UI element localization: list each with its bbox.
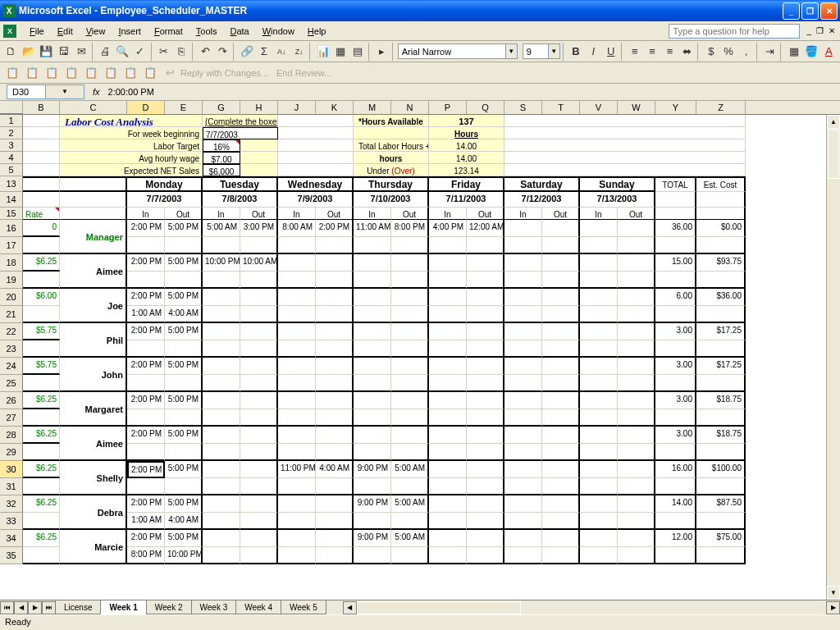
day-header-wednesday[interactable]: Wednesday	[278, 176, 354, 192]
font-dropdown[interactable]: ▼	[398, 43, 518, 59]
close-button[interactable]: ✕	[820, 2, 838, 20]
name-box[interactable]: D30▼	[7, 84, 84, 99]
tab-prev-icon[interactable]: ◀	[14, 601, 28, 614]
row-header-24[interactable]: 24	[0, 358, 23, 375]
row-header-1[interactable]: 1	[0, 115, 23, 127]
horizontal-scrollbar[interactable]: ◀ ▶	[343, 601, 840, 614]
menu-data[interactable]: Data	[223, 25, 255, 38]
sheet-tab-week-4[interactable]: Week 4	[235, 600, 281, 614]
child-restore[interactable]: ❐	[815, 26, 825, 35]
sheet-tab-week-3[interactable]: Week 3	[191, 600, 237, 614]
tab-next-icon[interactable]: ▶	[28, 601, 42, 614]
minimize-button[interactable]: _	[783, 2, 800, 20]
comma-icon[interactable]: ,	[738, 43, 754, 61]
col-header-T[interactable]: T	[542, 101, 580, 114]
row-header-2[interactable]: 2	[0, 127, 23, 139]
sort-asc-icon[interactable]: A↓	[274, 43, 290, 61]
row-header-14[interactable]: 14	[0, 192, 23, 208]
col-header-H[interactable]: H	[240, 101, 278, 114]
open-icon[interactable]: 📂	[21, 43, 36, 61]
sheet-tab-license[interactable]: License	[55, 600, 101, 614]
day-header-sunday[interactable]: Sunday	[580, 176, 655, 192]
menu-window[interactable]: Window	[256, 25, 301, 38]
menu-insert[interactable]: Insert	[112, 25, 148, 38]
child-close[interactable]: ✕	[827, 26, 837, 35]
rev3-icon[interactable]: 📋	[43, 64, 61, 82]
italic-icon[interactable]: I	[586, 43, 601, 61]
sum-icon[interactable]: Σ	[256, 43, 272, 61]
align-right-icon[interactable]: ≡	[662, 43, 678, 61]
row-header-20[interactable]: 20	[0, 289, 23, 306]
print-icon[interactable]: 🖨	[97, 43, 112, 61]
size-dropdown[interactable]: ▼	[523, 43, 560, 59]
tab-last-icon[interactable]: ⏭	[42, 601, 56, 614]
row-header-21[interactable]: 21	[0, 306, 23, 323]
col-header-B[interactable]: B	[23, 101, 60, 114]
col-header-Z[interactable]: Z	[696, 101, 746, 114]
save-as-icon[interactable]: 🖫	[56, 43, 71, 61]
employee-name[interactable]: Aimee	[60, 254, 127, 289]
indent-icon[interactable]: ⇥	[762, 43, 778, 61]
hscroll-left-icon[interactable]: ◀	[343, 601, 357, 614]
row-header-26[interactable]: 26	[0, 392, 23, 409]
row-header-23[interactable]: 23	[0, 340, 23, 358]
preview-icon[interactable]: 🔍	[115, 43, 130, 61]
col-header-W[interactable]: W	[618, 101, 655, 114]
employee-name[interactable]: Debra	[60, 495, 127, 530]
row-header-29[interactable]: 29	[0, 444, 23, 461]
sheet-tab-week-1[interactable]: Week 1	[100, 600, 146, 614]
rev5-icon[interactable]: 📋	[82, 64, 100, 82]
forms-icon[interactable]: ▤	[350, 43, 366, 61]
row-header-27[interactable]: 27	[0, 409, 23, 427]
rev1-icon[interactable]: 📋	[3, 64, 21, 82]
rev2-icon[interactable]: 📋	[23, 64, 41, 82]
row-header-3[interactable]: 3	[0, 139, 23, 152]
day-header-friday[interactable]: Friday	[429, 176, 504, 192]
row-header-17[interactable]: 17	[0, 237, 23, 254]
undo-icon[interactable]: ↶	[198, 43, 213, 61]
row-header-19[interactable]: 19	[0, 272, 23, 289]
align-center-icon[interactable]: ≡	[644, 43, 660, 61]
sort-desc-icon[interactable]: Z↓	[291, 43, 307, 61]
row-header-15[interactable]: 15	[0, 208, 23, 220]
vertical-scrollbar[interactable]: ▲ ▼	[826, 115, 840, 600]
row-header-22[interactable]: 22	[0, 323, 23, 340]
copy-icon[interactable]: ⎘	[174, 43, 189, 61]
row-header-34[interactable]: 34	[0, 530, 23, 547]
cut-icon[interactable]: ✂	[156, 43, 171, 61]
align-left-icon[interactable]: ≡	[627, 43, 642, 61]
col-header-C[interactable]: C	[60, 101, 127, 114]
percent-icon[interactable]: %	[720, 43, 736, 61]
menu-edit[interactable]: Edit	[51, 25, 80, 38]
menu-help[interactable]: Help	[301, 25, 333, 38]
employee-name[interactable]: Margaret	[60, 392, 127, 427]
sheet-tab-week-2[interactable]: Week 2	[146, 600, 192, 614]
fx-label[interactable]: fx	[93, 87, 100, 97]
hscroll-right-icon[interactable]: ▶	[826, 601, 840, 614]
sheet-tab-week-5[interactable]: Week 5	[281, 600, 326, 614]
row-header-33[interactable]: 33	[0, 513, 23, 530]
pivot-icon[interactable]: ▦	[332, 43, 348, 61]
underline-icon[interactable]: U	[603, 43, 619, 61]
employee-name[interactable]: Marcie	[60, 530, 127, 564]
child-minimize[interactable]: _	[805, 26, 813, 35]
employee-name[interactable]: Shelly	[60, 461, 127, 495]
col-header-E[interactable]: E	[165, 101, 203, 114]
col-header-J[interactable]: J	[278, 101, 316, 114]
merge-icon[interactable]: ⬌	[679, 43, 695, 61]
menu-file[interactable]: File	[23, 25, 51, 38]
row-header-32[interactable]: 32	[0, 495, 23, 513]
mail-icon[interactable]: ✉	[73, 43, 89, 61]
tab-first-icon[interactable]: ⏮	[0, 601, 14, 614]
col-header-M[interactable]: M	[354, 101, 391, 114]
rate-header[interactable]: Rate	[23, 208, 60, 220]
row-header-30[interactable]: 30	[0, 461, 23, 478]
col-header-Y[interactable]: Y	[655, 101, 696, 114]
rev6-icon[interactable]: 📋	[102, 64, 120, 82]
fill-color-icon[interactable]: 🪣	[803, 43, 819, 61]
col-header-P[interactable]: P	[429, 101, 467, 114]
day-header-monday[interactable]: Monday	[127, 176, 203, 192]
row-header-5[interactable]: 5	[0, 164, 23, 176]
col-header-G[interactable]: G	[203, 101, 240, 114]
row-header-4[interactable]: 4	[0, 152, 23, 164]
